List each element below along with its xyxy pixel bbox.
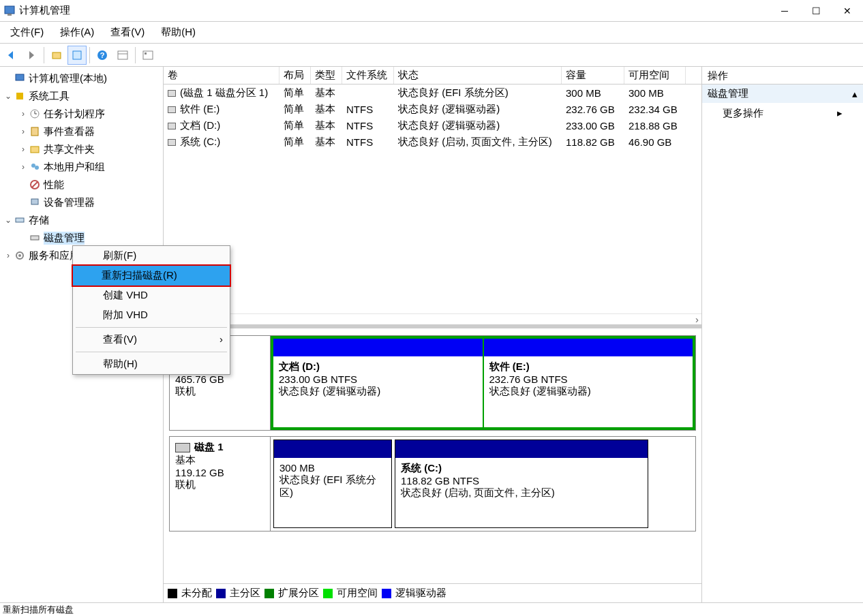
partition-status: 状态良好 (逻辑驱动器) [489,385,688,398]
properties-button[interactable] [67,46,87,65]
event-icon [29,125,41,138]
view-detail-button[interactable] [138,46,157,65]
col-filesystem[interactable]: 文件系统 [342,67,394,84]
tree-device-manager[interactable]: 设备管理器 [0,194,163,211]
toolbar: ? [0,44,863,67]
legend-swatch-unallocated [168,589,177,598]
svg-rect-13 [16,93,23,99]
legend-label: 逻辑驱动器 [395,587,446,600]
horizontal-scrollbar[interactable]: › [164,313,701,324]
partition-efi[interactable]: 300 MB 状态良好 (EFI 系统分区) [273,440,392,528]
forward-button[interactable] [22,46,41,65]
svg-rect-0 [5,6,14,14]
up-button[interactable] [47,46,66,65]
svg-text:?: ? [100,51,105,59]
volume-row[interactable]: 文档 (D:) 简单 基本 NTFS 状态良好 (逻辑驱动器) 233.00 G… [164,117,701,134]
maximize-button[interactable]: ☐ [800,1,832,21]
vol-cap: 232.76 GB [562,103,624,116]
menu-help[interactable]: 帮助(H) [153,23,204,42]
vol-status: 状态良好 (逻辑驱动器) [394,119,562,133]
tree-label: 设备管理器 [44,196,95,209]
actions-header: 操作 [702,67,863,84]
partition-info: 233.00 GB NTFS [279,373,477,385]
partition-e[interactable]: 软件 (E:) 232.76 GB NTFS 状态良好 (逻辑驱动器) [483,338,694,428]
vol-status: 状态良好 (EFI 系统分区) [394,86,562,100]
view-list-button[interactable] [113,46,132,65]
tree-performance[interactable]: 性能 [0,176,163,194]
ctx-help[interactable]: 帮助(H) [73,354,230,374]
partition-name: 系统 (C:) [401,462,642,475]
tree-system-tools[interactable]: ⌄ 系统工具 [0,87,163,105]
col-type[interactable]: 类型 [311,67,342,84]
disk-state: 联机 [175,478,264,491]
center-pane: 卷 布局 类型 文件系统 状态 容量 可用空间 (磁盘 1 磁盘分区 1) 简单… [164,67,702,602]
back-button[interactable] [1,46,20,65]
tree-local-users[interactable]: › 本地用户和组 [0,158,163,176]
menu-view[interactable]: 查看(V) [102,23,153,42]
status-text: 重新扫描所有磁盘 [3,604,74,616]
ctx-attach-vhd[interactable]: 附加 VHD [73,305,230,325]
disk-graphical-view: 基本 465.76 GB 联机 文档 (D:) 233.00 GB NTFS 状… [164,328,701,583]
ctx-separator [76,352,227,352]
volume-row[interactable]: (磁盘 1 磁盘分区 1) 简单 基本 状态良好 (EFI 系统分区) 300 … [164,84,701,101]
ctx-view[interactable]: 查看(V)› [73,330,230,350]
actions-more[interactable]: 更多操作 ▸ [702,103,863,124]
col-free[interactable]: 可用空间 [624,67,686,84]
partition-c[interactable]: 系统 (C:) 118.82 GB NTFS 状态良好 (启动, 页面文件, 主… [395,440,648,528]
svg-point-20 [35,166,39,170]
partition-header [274,440,391,458]
drive-icon [168,123,176,129]
minimize-button[interactable]: ─ [769,1,800,21]
partition-name: 文档 (D:) [279,360,477,373]
legend-swatch-extended [264,589,274,598]
disk-icon [175,443,190,452]
window-title: 计算机管理 [19,4,769,17]
tree-root[interactable]: 计算机管理(本地) [0,70,163,87]
tree-disk-management[interactable]: 磁盘管理 [0,229,163,247]
col-capacity[interactable]: 容量 [562,67,624,84]
device-icon [29,196,41,209]
volume-row[interactable]: 系统 (C:) 简单 基本 NTFS 状态良好 (启动, 页面文件, 主分区) … [164,134,701,150]
tree-task-scheduler[interactable]: › 任务计划程序 [0,105,163,123]
tree-label: 性能 [44,179,64,191]
disk-size: 465.76 GB [175,373,264,385]
svg-line-22 [32,182,37,187]
close-button[interactable]: ✕ [832,1,863,21]
col-layout[interactable]: 布局 [279,67,311,84]
col-volume[interactable]: 卷 [164,67,279,84]
tree-event-viewer[interactable]: › 事件查看器 [0,123,163,140]
services-icon [14,249,26,262]
vol-fs: NTFS [342,119,394,132]
ctx-refresh[interactable]: 刷新(F) [73,246,230,266]
disk-0-partitions: 文档 (D:) 233.00 GB NTFS 状态良好 (逻辑驱动器) 软件 (… [271,336,695,430]
partition-d[interactable]: 文档 (D:) 233.00 GB NTFS 状态良好 (逻辑驱动器) [273,338,483,428]
ctx-create-vhd[interactable]: 创建 VHD [73,286,230,305]
tree-shared-folders[interactable]: › 共享文件夹 [0,140,163,158]
menu-action[interactable]: 操作(A) [52,23,102,42]
ctx-rescan-disks[interactable]: 重新扫描磁盘(R) [72,264,231,287]
svg-rect-11 [145,52,147,55]
tree-label: 事件查看器 [44,125,95,138]
partition-status: 状态良好 (逻辑驱动器) [279,385,477,398]
disk-size: 119.12 GB [175,467,264,478]
storage-icon [14,214,26,226]
vol-type: 基本 [311,135,342,149]
menu-file[interactable]: 文件(F) [2,23,52,42]
volume-row[interactable]: 软件 (E:) 简单 基本 NTFS 状态良好 (逻辑驱动器) 232.76 G… [164,101,701,117]
col-status[interactable]: 状态 [394,67,562,84]
help-button[interactable]: ? [93,46,112,65]
actions-disk-management[interactable]: 磁盘管理 ▴ [702,84,863,103]
tree-label: 本地用户和组 [44,161,105,174]
vol-name: (磁盘 1 磁盘分区 1) [180,87,268,98]
actions-label: 更多操作 [723,107,763,120]
disk-0-row[interactable]: 基本 465.76 GB 联机 文档 (D:) 233.00 GB NTFS 状… [169,335,696,431]
legend-label: 扩展分区 [278,587,319,600]
statusbar: 重新扫描所有磁盘 [0,602,863,616]
svg-marker-3 [29,51,34,59]
disk-1-row[interactable]: 磁盘 1 基本 119.12 GB 联机 300 MB 状态良好 (EFI 系统… [169,436,696,532]
svg-rect-5 [73,51,81,59]
svg-rect-8 [118,51,127,59]
tree-storage[interactable]: ⌄ 存储 [0,211,163,229]
svg-point-19 [31,164,35,168]
context-menu: 刷新(F) 重新扫描磁盘(R) 创建 VHD 附加 VHD 查看(V)› 帮助(… [72,245,230,375]
